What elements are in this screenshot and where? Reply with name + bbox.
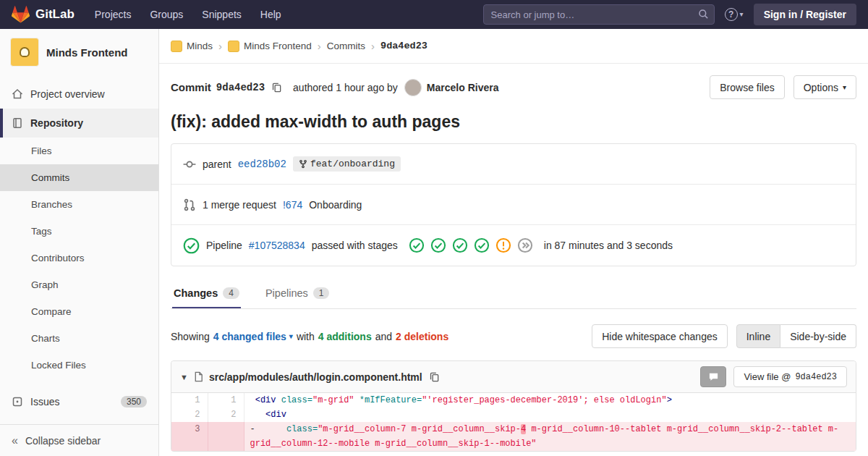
menu-groups[interactable]: Groups	[150, 9, 183, 20]
sidebar-item-commits[interactable]: Commits	[0, 164, 158, 191]
sidebar-item-branches[interactable]: Branches	[0, 191, 158, 218]
chevron-down-icon: ▾	[843, 84, 846, 91]
diff-stats-bar: Showing 4 changed files ▾ with 4 additio…	[171, 324, 856, 348]
diff-table: 1 1 <div class="m-grid" *mIfFeature="'re…	[171, 393, 856, 451]
brand-name: GitLab	[35, 7, 75, 22]
parent-row: parent eed28b02 feat/onboarding	[171, 144, 856, 185]
parent-label: parent	[203, 159, 231, 170]
tab-changes[interactable]: Changes 4	[172, 279, 241, 308]
menu-help[interactable]: Help	[260, 9, 281, 20]
additions-count: 4 additions	[318, 331, 372, 342]
commit-meta-row: Commit 9da4ed23 authored 1 hour ago by M…	[171, 75, 856, 99]
author-avatar[interactable]	[404, 79, 422, 96]
new-line-number[interactable]: 1	[208, 393, 244, 408]
commit-title: (fix): added max-width to auth pages	[171, 112, 856, 132]
menu-projects[interactable]: Projects	[95, 9, 132, 20]
collapse-sidebar-button[interactable]: « Collapse sidebar	[0, 424, 158, 456]
pipeline-status-passed-icon	[183, 237, 200, 254]
parent-sha-link[interactable]: eed28b02	[238, 159, 286, 170]
main-menu: Projects Groups Snippets Help	[95, 9, 281, 20]
repository-icon	[12, 117, 23, 129]
commit-details-box: parent eed28b02 feat/onboarding	[171, 143, 856, 266]
mr-link[interactable]: !674	[283, 199, 302, 211]
issues-icon	[12, 396, 23, 408]
author-name[interactable]: Marcelo Rivera	[427, 82, 499, 93]
tab-pipelines[interactable]: Pipelines 1	[264, 279, 331, 308]
sidebar-item-charts[interactable]: Charts	[0, 325, 158, 352]
code-line: <div	[244, 408, 856, 422]
collapse-icon: «	[12, 434, 18, 447]
sidebar-item-locked-files[interactable]: Locked Files	[0, 352, 158, 379]
pipeline-duration: in 87 minutes and 3 seconds	[544, 240, 673, 251]
issues-count-badge: 350	[121, 396, 147, 408]
copy-path-button[interactable]	[427, 370, 441, 384]
gitlab-brand[interactable]: GitLab	[12, 6, 75, 23]
sidebar-item-issues[interactable]: Issues 350	[0, 387, 158, 416]
toggle-comments-button[interactable]	[700, 366, 726, 387]
diff-file-card: ▼ src/app/modules/auth/login.component.h…	[171, 360, 856, 452]
commit-node-icon	[183, 158, 196, 171]
new-line-number[interactable]: 2	[208, 408, 244, 422]
sidebar-item-files[interactable]: Files	[0, 138, 158, 164]
stage-passed-icon[interactable]	[430, 237, 446, 253]
sidebar-item-graph[interactable]: Graph	[0, 271, 158, 298]
pipeline-id-link[interactable]: #107528834	[249, 240, 305, 251]
breadcrumb: Minds › Minds Frontend › Commits › 9da4e…	[159, 29, 868, 64]
stage-passed-icon[interactable]	[452, 237, 468, 253]
sidebar-item-tags[interactable]: Tags	[0, 218, 158, 245]
side-by-side-view-button[interactable]: Side-by-side	[780, 324, 856, 348]
sidebar-item-compare[interactable]: Compare	[0, 298, 158, 325]
breadcrumb-commits[interactable]: Commits	[327, 41, 365, 51]
pipeline-label: Pipeline	[206, 240, 242, 251]
and-text: and	[375, 331, 392, 342]
merge-request-row: 1 merge request !674 Onboarding	[171, 185, 856, 225]
chevron-down-icon: ▾	[740, 11, 744, 18]
file-icon	[193, 371, 204, 382]
help-dropdown[interactable]: ? ▾	[725, 8, 744, 21]
breadcrumb-separator: ›	[371, 40, 375, 52]
copy-icon	[429, 371, 440, 382]
menu-snippets[interactable]: Snippets	[202, 9, 241, 20]
inline-view-button[interactable]: Inline	[736, 324, 780, 348]
project-sidebar: Minds Frontend Project overview	[0, 29, 159, 456]
browse-files-button[interactable]: Browse files	[710, 75, 784, 99]
search-icon	[698, 9, 709, 20]
stage-warning-icon[interactable]	[495, 237, 511, 253]
sidebar-item-contributors[interactable]: Contributors	[0, 245, 158, 271]
top-navbar: GitLab Projects Groups Snippets Help ? ▾…	[0, 0, 868, 29]
view-file-button[interactable]: View file @ 9da4ed23	[733, 366, 847, 387]
diff-view-toggle: Inline Side-by-side	[736, 324, 856, 348]
breadcrumb-project[interactable]: Minds Frontend	[228, 41, 312, 52]
project-name: Minds Frontend	[46, 46, 128, 59]
stage-passed-icon[interactable]	[409, 237, 425, 253]
old-line-number[interactable]: 1	[171, 393, 208, 408]
merge-request-icon	[183, 198, 196, 211]
project-context-header[interactable]: Minds Frontend	[0, 29, 158, 74]
code-line: <div class="m-grid" *mIfFeature="'regist…	[244, 393, 856, 408]
diff-file-header: ▼ src/app/modules/auth/login.component.h…	[171, 361, 856, 393]
old-line-number[interactable]: 3	[171, 422, 208, 451]
stage-passed-icon[interactable]	[474, 237, 490, 253]
search-input[interactable]	[483, 4, 715, 25]
options-dropdown-button[interactable]: Options ▾	[793, 75, 856, 99]
breadcrumb-group[interactable]: Minds	[171, 41, 213, 52]
sign-in-button[interactable]: Sign in / Register	[754, 4, 856, 25]
hide-whitespace-button[interactable]: Hide whitespace changes	[592, 324, 728, 348]
sidebar-item-repository[interactable]: Repository	[0, 109, 158, 138]
new-line-number[interactable]	[208, 422, 244, 451]
pipeline-status-text: passed with stages	[312, 240, 398, 251]
branch-ref[interactable]: feat/onboarding	[293, 156, 401, 172]
diff-line-deletion: 3 - class="m-grid__column-7 m-grid__colu…	[171, 422, 856, 451]
commit-tabs: Changes 4 Pipelines 1	[171, 279, 856, 309]
collapse-diff-icon[interactable]: ▼	[180, 373, 188, 381]
comment-icon	[708, 371, 719, 382]
changed-files-dropdown[interactable]: 4 changed files ▾	[213, 331, 293, 342]
question-icon: ?	[725, 8, 738, 21]
copy-sha-button[interactable]	[270, 80, 284, 94]
old-line-number[interactable]: 2	[171, 408, 208, 422]
file-path-link[interactable]: src/app/modules/auth/login.component.htm…	[209, 371, 422, 383]
stage-skipped-icon[interactable]	[517, 237, 533, 253]
sidebar-item-project-overview[interactable]: Project overview	[0, 80, 158, 109]
pipeline-row: Pipeline #107528834 passed with stages	[171, 225, 856, 266]
branch-icon	[299, 159, 307, 169]
